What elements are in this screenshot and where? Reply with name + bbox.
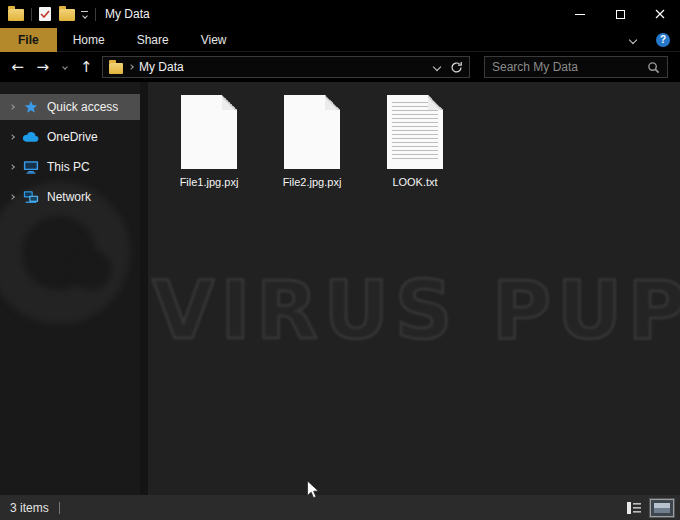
navigation-pane: Quick access OneDrive This PC <box>0 82 140 495</box>
expander-chevron-icon[interactable] <box>9 104 15 110</box>
expander-chevron-icon[interactable] <box>9 134 15 140</box>
file-name: LOOK.txt <box>392 176 437 188</box>
checked-document-icon[interactable] <box>39 7 51 21</box>
window-title: My Data <box>105 7 150 21</box>
forward-arrow-icon[interactable]: → <box>33 56 52 78</box>
details-view-icon[interactable] <box>626 501 642 515</box>
titlebar: My Data <box>0 0 680 28</box>
titlebar-separator <box>31 8 32 21</box>
file-item[interactable]: File1.jpg.pxj <box>164 95 254 188</box>
text-file-icon <box>387 95 443 169</box>
up-arrow-icon[interactable]: ↑ <box>77 56 96 78</box>
titlebar-separator <box>95 8 96 21</box>
address-dropdown-chevron-icon[interactable] <box>433 63 441 71</box>
sidebar-item-this-pc[interactable]: This PC <box>0 154 140 180</box>
back-arrow-icon[interactable]: ← <box>8 56 27 78</box>
expander-chevron-icon[interactable] <box>9 164 15 170</box>
maximize-button[interactable] <box>600 0 640 28</box>
minimize-button[interactable] <box>560 0 600 28</box>
breadcrumb-chevron-icon[interactable] <box>128 64 134 70</box>
tab-share[interactable]: Share <box>121 28 185 52</box>
explorer-body: VIRUS PUP Quick access OneDrive <box>0 82 680 495</box>
blank-file-icon <box>181 95 237 169</box>
computer-icon <box>22 160 39 174</box>
network-icon <box>22 190 39 204</box>
search-input[interactable] <box>492 60 647 74</box>
file-item[interactable]: File2.jpg.pxj <box>267 95 357 188</box>
expander-chevron-icon[interactable] <box>9 194 15 200</box>
search-icon[interactable] <box>647 61 660 74</box>
status-bar: 3 items <box>0 495 680 520</box>
recent-locations-chevron-icon[interactable] <box>59 56 71 78</box>
window-folder-icon <box>8 9 24 21</box>
file-name: File2.jpg.pxj <box>283 176 342 188</box>
navigation-toolbar: ← → ↑ My Data <box>0 52 680 82</box>
quick-access-folder-icon[interactable] <box>59 9 75 21</box>
items-count: 3 items <box>10 501 49 515</box>
sidebar-item-onedrive[interactable]: OneDrive <box>0 124 140 150</box>
ribbon-collapse-chevron-icon[interactable] <box>629 35 637 43</box>
tab-home[interactable]: Home <box>57 28 121 52</box>
tab-view[interactable]: View <box>185 28 243 52</box>
file-list-area[interactable]: File1.jpg.pxj File2.jpg.pxj LOOK.txt <box>148 82 680 495</box>
blank-file-icon <box>284 95 340 169</box>
large-icons-view-icon[interactable] <box>650 499 674 517</box>
address-bar[interactable]: My Data <box>102 56 470 78</box>
refresh-icon[interactable] <box>450 61 463 74</box>
close-button[interactable] <box>640 0 680 28</box>
tab-file[interactable]: File <box>0 28 57 52</box>
sidebar-item-network[interactable]: Network <box>0 184 140 210</box>
sidebar-item-quick-access[interactable]: Quick access <box>0 94 140 120</box>
cloud-icon <box>22 131 39 143</box>
status-separator <box>59 502 60 514</box>
file-explorer-window: My Data File Home Share View ? ← → ↑ My … <box>0 0 680 520</box>
file-name: File1.jpg.pxj <box>180 176 239 188</box>
address-location-folder-icon <box>109 63 123 74</box>
quick-access-toolbar-dropdown-icon[interactable] <box>81 11 88 18</box>
breadcrumb-path[interactable]: My Data <box>139 60 184 74</box>
file-item[interactable]: LOOK.txt <box>370 95 460 188</box>
help-icon[interactable]: ? <box>656 33 670 47</box>
ribbon-tabs: File Home Share View ? <box>0 28 680 52</box>
pane-divider <box>140 82 148 495</box>
search-box <box>484 56 668 78</box>
star-icon <box>22 100 39 114</box>
